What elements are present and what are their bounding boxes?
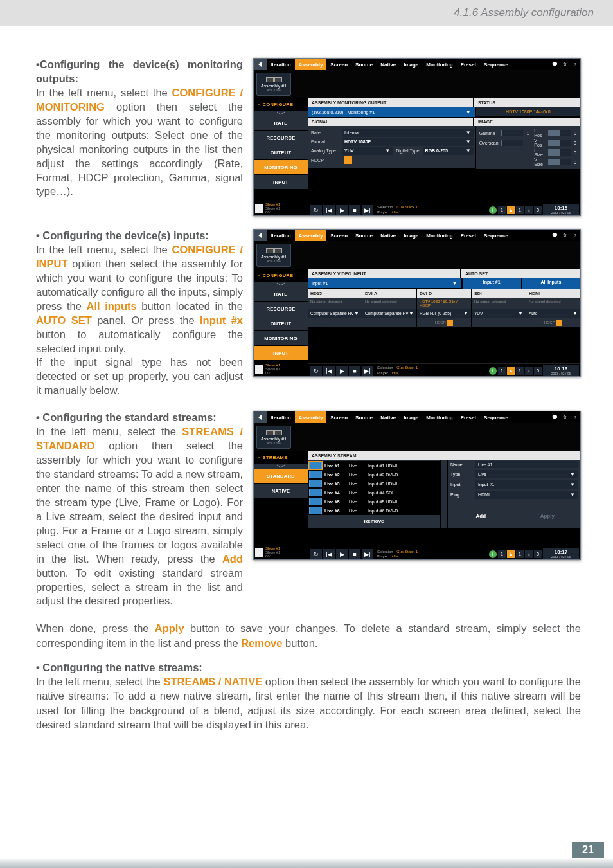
dropdown-plug[interactable]: HDMI▼ xyxy=(475,491,578,499)
hdcp-checkbox[interactable] xyxy=(344,156,352,164)
gear-icon[interactable]: ✿ xyxy=(560,230,570,241)
tab-screen[interactable]: Screen xyxy=(326,59,351,70)
list-item[interactable]: Live #6LiveInput #6 DVI-D xyxy=(308,506,440,515)
tab-monitoring-menu[interactable]: Monitoring xyxy=(422,230,456,241)
tab-assembly[interactable]: Assembly xyxy=(295,59,327,70)
apply-button[interactable]: Apply xyxy=(515,511,581,521)
next-button[interactable]: ▶| xyxy=(362,366,373,376)
dropdown-rate[interactable]: Internal▼ xyxy=(342,129,474,137)
help-icon[interactable]: ? xyxy=(570,411,580,423)
stop-button[interactable]: ■ xyxy=(349,205,360,215)
autoset-input-button[interactable]: Input #1 xyxy=(463,278,521,289)
sidebar-item-standard[interactable]: STANDARD xyxy=(254,469,308,483)
list-item[interactable]: Live #4LiveInput #4 SDI xyxy=(308,488,440,497)
tab-iteration[interactable]: Iteration xyxy=(267,230,295,241)
tab-monitoring-menu[interactable]: Monitoring xyxy=(422,59,456,70)
help-icon[interactable]: ? xyxy=(570,59,580,70)
tab-preset[interactable]: Preset xyxy=(457,59,480,70)
gear-icon[interactable]: ✿ xyxy=(560,411,570,423)
tab-native[interactable]: Native xyxy=(377,230,400,241)
next-button[interactable]: ▶| xyxy=(362,549,373,559)
sidebar-item-monitoring[interactable]: MONITORING xyxy=(254,331,308,345)
sidebar-item-output[interactable]: OUTPUT xyxy=(254,316,308,330)
prev-button[interactable]: |◀ xyxy=(323,205,335,215)
sidebar-item-rate[interactable]: RATE xyxy=(254,287,308,301)
reload-button[interactable]: ↻ xyxy=(310,205,322,215)
tab-sequence[interactable]: Sequence xyxy=(480,59,512,70)
dropdown-sdi[interactable]: YUV▼ xyxy=(472,309,526,318)
help-icon[interactable]: ? xyxy=(570,230,580,241)
sidebar-item-rate[interactable]: RATE xyxy=(254,116,308,130)
sidebar-item-resource[interactable]: RESOURCE xyxy=(254,302,308,316)
slider-gamma[interactable] xyxy=(501,130,524,136)
chat-icon[interactable]: 💬 xyxy=(549,59,560,70)
tab-source[interactable]: Source xyxy=(351,59,377,70)
back-button[interactable] xyxy=(254,411,267,423)
add-button[interactable]: Add xyxy=(448,511,514,521)
tab-image[interactable]: Image xyxy=(400,59,422,70)
tab-screen[interactable]: Screen xyxy=(326,411,351,423)
list-item[interactable]: Live #1LiveInput #1 HDMI xyxy=(308,461,440,470)
sidebar-item-input[interactable]: INPUT xyxy=(254,346,308,360)
dropdown-hdmi[interactable]: Auto▼ xyxy=(526,309,580,318)
dropdown-digital[interactable]: RGB 0-255▼ xyxy=(423,147,474,155)
list-item[interactable]: Live #3LiveInput #3 HDMI xyxy=(308,479,440,488)
tab-image[interactable]: Image xyxy=(400,411,422,423)
tab-assembly[interactable]: Assembly xyxy=(295,230,327,241)
info-badge-icon[interactable]: i xyxy=(489,367,497,375)
chat-icon[interactable]: 💬 xyxy=(549,411,560,423)
reload-button[interactable]: ↻ xyxy=(310,549,322,559)
back-button[interactable] xyxy=(254,59,267,70)
hdcp-checkbox[interactable] xyxy=(447,320,453,326)
tab-iteration[interactable]: Iteration xyxy=(267,59,295,70)
info-badge-icon[interactable]: i xyxy=(489,550,497,558)
prev-button[interactable]: |◀ xyxy=(323,366,335,376)
tab-sequence[interactable]: Sequence xyxy=(480,230,512,241)
list-item[interactable]: Live #5LiveInput #5 HDMI xyxy=(308,497,440,506)
tab-native[interactable]: Native xyxy=(377,411,400,423)
tab-sequence[interactable]: Sequence xyxy=(480,411,512,423)
tab-image[interactable]: Image xyxy=(400,230,422,241)
list-item[interactable]: Live #2LiveInput #2 DVI-D xyxy=(308,470,440,479)
tab-iteration[interactable]: Iteration xyxy=(267,411,295,423)
play-button[interactable]: ▶ xyxy=(336,549,348,559)
assembly-chip[interactable]: Assembly #1 ASC3204 xyxy=(256,244,291,267)
sidebar-item-input[interactable]: INPUT xyxy=(254,175,308,189)
warning-icon[interactable]: ▲ xyxy=(507,367,515,375)
sidebar-item-resource[interactable]: RESOURCE xyxy=(254,131,308,145)
sidebar-item-monitoring[interactable]: MONITORING xyxy=(254,160,308,174)
sidebar-item-native[interactable]: NATIVE xyxy=(254,484,308,498)
gear-icon[interactable]: ✿ xyxy=(560,59,570,70)
sidebar-item-output[interactable]: OUTPUT xyxy=(254,145,308,159)
prev-button[interactable]: |◀ xyxy=(323,549,335,559)
stop-button[interactable]: ■ xyxy=(349,549,360,559)
dropdown-analog[interactable]: YUV▼ xyxy=(342,147,393,155)
tab-monitoring-menu[interactable]: Monitoring xyxy=(422,411,456,423)
warning-icon[interactable]: ▲ xyxy=(507,550,515,558)
hdcp-checkbox[interactable] xyxy=(556,320,562,326)
input-name[interactable]: Live #1 xyxy=(475,461,578,468)
slider-vsize[interactable] xyxy=(548,159,571,165)
tab-native[interactable]: Native xyxy=(377,59,400,70)
dropdown-type[interactable]: Live▼ xyxy=(475,470,578,478)
play-button[interactable]: ▶ xyxy=(336,366,348,376)
assembly-chip[interactable]: Assembly #1 ASC3204 xyxy=(256,73,291,96)
tab-source[interactable]: Source xyxy=(351,411,377,423)
dropdown-dvia[interactable]: Computer Separate HV▼ xyxy=(362,309,416,318)
play-button[interactable]: ▶ xyxy=(336,205,348,215)
next-button[interactable]: ▶| xyxy=(362,205,373,215)
dropdown-dvid[interactable]: RGB Full (0-255)▼ xyxy=(417,309,471,318)
warning-icon[interactable]: ▲ xyxy=(507,206,515,214)
stop-button[interactable]: ■ xyxy=(349,366,360,376)
dropdown-input[interactable]: Input #1▼ xyxy=(475,480,578,489)
slider-vpos[interactable] xyxy=(548,140,571,146)
tab-preset[interactable]: Preset xyxy=(457,230,480,241)
monitor-select[interactable]: (192.168.0.210) - Monitoring #1▼ xyxy=(308,107,475,117)
remove-button[interactable]: Remove xyxy=(308,516,440,527)
autoset-all-button[interactable]: All Inputs xyxy=(522,278,580,289)
tab-source[interactable]: Source xyxy=(351,230,377,241)
dropdown-hd15[interactable]: Computer Separate HV▼ xyxy=(308,309,362,318)
slider-hpos[interactable] xyxy=(548,130,571,136)
chat-icon[interactable]: 💬 xyxy=(549,230,560,241)
info-badge-icon[interactable]: i xyxy=(489,206,497,214)
